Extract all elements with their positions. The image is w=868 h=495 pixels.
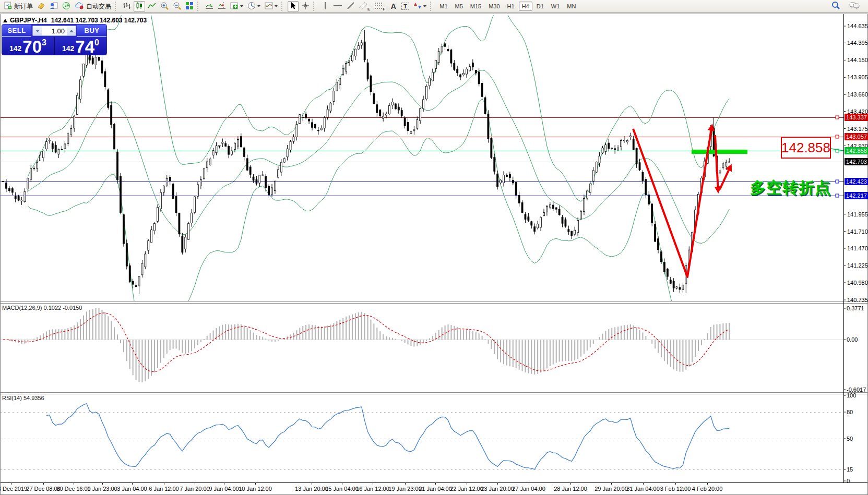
bar-chart-button[interactable] [121,1,133,12]
volume-stepper [32,26,76,36]
tab-timeframe-w1[interactable]: W1 [548,2,563,11]
buy-price[interactable]: 142 74 0 [54,37,106,55]
time-tick-label: 19 Jan 23:00 [388,486,422,492]
chart-shift-button[interactable] [216,1,228,12]
time-tick-label: 15 Jan 04:00 [325,486,359,492]
channel-tool-button[interactable]: E [358,1,372,12]
volume-decrease-button[interactable] [33,26,42,35]
collapse-arrow-icon[interactable] [3,19,7,22]
hline-handle[interactable] [836,135,839,138]
indicators-button[interactable] [229,1,245,12]
auto-trading-button[interactable]: 自动交易 [73,1,113,12]
hline-handle[interactable] [836,194,839,197]
price-badge-143.337: 143.337 [845,114,868,121]
sell-button[interactable]: SELL [2,25,31,37]
tab-timeframe-d1[interactable]: D1 [533,2,547,11]
sell-price[interactable]: 142 70 3 [2,37,54,55]
line-chart-button[interactable] [146,1,158,12]
price-badge-142.423: 142.423 [845,178,868,185]
buy-price-big: 74 [75,39,94,55]
sell-price-big: 70 [22,39,42,55]
tab-timeframe-m15[interactable]: M15 [467,2,484,11]
turning-point-annotation[interactable]: 多空转折点 [750,177,831,199]
chat-bubbles-icon [849,2,860,11]
tab-timeframe-h1[interactable]: H1 [504,2,518,11]
time-tick-label: 31 Jan 04:00 [626,486,660,492]
symbol-period-label: GBPJPY-,H4 [10,17,47,24]
chevron-down-icon [35,30,40,32]
volume-input[interactable] [42,26,67,35]
green-resistance-bar[interactable] [692,150,747,154]
arrows-tool-button[interactable] [412,1,428,12]
auto-scroll-button[interactable] [204,1,215,12]
toolbar-separator [115,2,118,11]
fibonacci-tool-button[interactable]: F [373,1,387,12]
zoom-out-button[interactable] [171,1,183,12]
text-label-icon: T [401,3,409,10]
chat-button[interactable] [848,1,861,12]
hline-handle[interactable] [836,116,839,119]
price-tick-label: 140.735 [847,297,868,303]
line-chart-icon [148,2,156,11]
time-tick-label: 27 Dec 08:00 [26,486,60,492]
price-tick-label: 144.150 [847,57,868,63]
candlestick-chart-icon [135,2,144,11]
trendline-icon [347,2,355,11]
price-badge-143.057: 143.057 [845,133,868,140]
tab-timeframe-m30[interactable]: M30 [485,2,503,11]
buy-button[interactable]: BUY [77,25,106,37]
trendline-tool-button[interactable] [345,1,356,12]
text-label-tool-button[interactable]: T [400,1,411,12]
time-tick-label: 21 Jan 04:00 [419,486,452,492]
time-tick-label: 29 Jan 20:00 [594,486,628,492]
time-tick-label: 23 Jan 20:00 [481,486,514,492]
fibonacci-glyph: F [383,7,385,11]
time-tick-label: 27 Jan 04:00 [512,486,545,492]
signals-button[interactable] [61,1,72,12]
new-order-button[interactable]: 新订单 [3,1,34,12]
bar-chart-icon [123,2,131,11]
tab-timeframe-mn[interactable]: MN [564,2,579,11]
horizontal-line-tool-button[interactable] [331,1,344,12]
cursor-button[interactable] [288,1,299,12]
rsi-tick-label: 80 [847,409,853,415]
tab-timeframe-m1[interactable]: M1 [436,2,450,11]
macd-tick-label: 0.3771 [847,305,864,311]
vertical-line-tool-button[interactable] [319,1,330,12]
time-tick-label: 9 Jan 04:00 [209,486,239,492]
crosshair-button[interactable] [300,1,311,12]
price-tick-label: 144.395 [847,40,868,46]
chart-title: GBPJPY-,H4 142.641 142.703 142.603 142.7… [3,17,147,24]
timeframe-group: M1M5M15M30H1H4D1W1MN [436,2,579,11]
clock-icon [247,2,256,11]
rsi-tick-label: 15 [847,466,853,473]
text-tool-button[interactable]: A [388,1,399,12]
price-annotation-box[interactable]: 142.858 [781,137,831,159]
templates-button[interactable] [263,1,279,12]
hline-handle[interactable] [836,180,839,183]
dropdown-caret-icon [275,5,278,7]
new-order-label: 新订单 [14,2,33,11]
fibonacci-icon [374,2,383,11]
price-tick-label: 141.225 [847,262,868,269]
volume-increase-button[interactable] [67,26,76,35]
macd-tick-label: 0.00 [847,336,858,343]
time-tick-label: 10 Jan 12:00 [239,486,272,492]
periods-button[interactable] [246,1,262,12]
search-button[interactable] [830,1,842,12]
toolbar-separator [313,2,316,11]
chevron-up-icon [69,30,74,32]
market-watch-button[interactable] [35,1,47,12]
zoom-in-button[interactable] [159,1,170,12]
signals-icon [62,2,70,11]
tile-windows-button[interactable] [184,1,195,12]
chart-canvas[interactable]: 144.635144.395144.150143.905143.660143.4… [0,0,868,495]
zoom-out-icon [173,2,181,11]
tab-timeframe-h4[interactable]: H4 [519,2,532,11]
price-tick-label: 141.470 [847,245,868,251]
arrows-tool-icon [413,2,422,11]
price-tick-label: 144.635 [847,23,868,29]
candlestick-chart-button[interactable] [134,1,145,12]
strategy-tester-button[interactable] [48,1,60,12]
tab-timeframe-m5[interactable]: M5 [452,2,466,11]
